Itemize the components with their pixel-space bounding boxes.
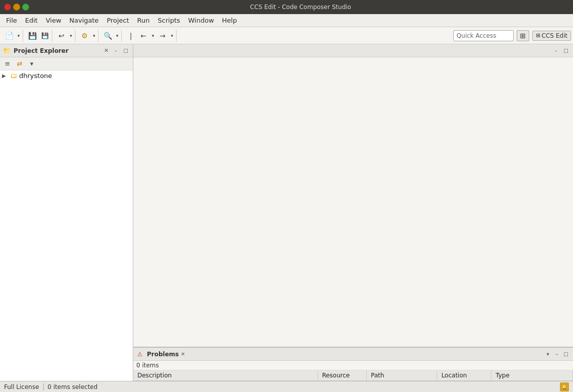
toolbar-group-debug: 🔍 ▾ xyxy=(101,30,122,42)
debug-button[interactable]: 🔍 xyxy=(102,30,114,42)
collapse-all-button[interactable]: ≡ xyxy=(2,58,13,69)
project-name: dhrystone xyxy=(19,72,52,80)
editor-panel-header: – □ xyxy=(133,44,573,57)
col-type[interactable]: Type xyxy=(492,370,573,381)
quick-access-input[interactable]: Quick Access xyxy=(453,30,514,41)
project-folder-icon: 🗂 xyxy=(10,71,17,80)
menu-project[interactable]: Project xyxy=(103,15,133,26)
toolbar: 📄 ▾ 💾 💾 ↩ ▾ ⚙ ▾ 🔍 ▾ | ← ▾ → ▾ Quick Acce… xyxy=(0,27,573,44)
problems-maximize[interactable]: □ xyxy=(562,350,570,358)
new-button[interactable]: 📄 xyxy=(3,30,15,42)
ccs-edit-button[interactable]: ⊞ CCS Edit xyxy=(532,31,571,41)
status-notification-icon[interactable]: 🔔 xyxy=(560,382,569,391)
editor-body xyxy=(133,57,573,347)
problems-table: Description Resource Path Location Type xyxy=(133,370,573,381)
status-right: 🔔 xyxy=(560,382,569,391)
selection-status: 0 items selected xyxy=(48,383,98,390)
editor-area: – □ ⚠ Problems ✕ ▾ – □ 0 items xyxy=(133,44,573,381)
project-explorer-content: ▶ 🗂 dhrystone xyxy=(0,70,133,381)
toolbar-group-nav: | ← ▾ → ▾ xyxy=(124,30,177,42)
menu-file[interactable]: File xyxy=(2,15,21,26)
menu-navigate[interactable]: Navigate xyxy=(65,15,103,26)
project-explorer-header: 📁 Project Explorer ✕ – □ xyxy=(0,44,133,57)
col-resource[interactable]: Resource xyxy=(318,370,367,381)
status-bar: Full License 0 items selected 🔔 xyxy=(0,381,573,392)
menu-bar: File Edit View Navigate Project Run Scri… xyxy=(0,14,573,27)
save-button[interactable]: 💾 xyxy=(26,30,38,42)
problems-count: 0 items xyxy=(133,361,573,370)
window-title: CCS Edit - Code Composer Studio xyxy=(32,4,569,11)
window-controls[interactable] xyxy=(4,4,29,11)
save-all-button[interactable]: 💾 xyxy=(39,30,51,42)
debug-dropdown[interactable]: ▾ xyxy=(114,30,120,42)
editor-panel: – □ xyxy=(133,44,573,347)
col-description[interactable]: Description xyxy=(133,370,318,381)
menu-window[interactable]: Window xyxy=(184,15,218,26)
close-button[interactable] xyxy=(4,4,11,11)
problems-icon: ⚠ xyxy=(136,351,143,358)
link-editor-button[interactable]: ⇄ xyxy=(14,58,25,69)
project-tree-item[interactable]: ▶ 🗂 dhrystone xyxy=(0,70,133,81)
toolbar-group-undoredo: ↩ ▾ xyxy=(54,30,75,42)
minimize-button[interactable] xyxy=(13,4,20,11)
menu-view[interactable]: View xyxy=(42,15,65,26)
project-explorer-maximize[interactable]: □ xyxy=(122,47,130,55)
toolbar-group-build: ⚙ ▾ xyxy=(77,30,99,42)
problems-panel: ⚠ Problems ✕ ▾ – □ 0 items Description R… xyxy=(133,347,573,381)
license-label: Full License xyxy=(4,383,39,390)
title-bar: CCS Edit - Code Composer Studio xyxy=(0,0,573,14)
forward-dropdown[interactable]: ▾ xyxy=(169,30,175,42)
problems-header: ⚠ Problems ✕ ▾ – □ xyxy=(133,348,573,361)
separator-btn: | xyxy=(125,30,137,42)
build-button[interactable]: ⚙ xyxy=(78,30,91,42)
problems-body: Description Resource Path Location Type xyxy=(133,370,573,381)
back-button[interactable]: ← xyxy=(137,30,149,42)
new-dropdown[interactable]: ▾ xyxy=(16,30,22,42)
editor-minimize[interactable]: – xyxy=(552,47,560,55)
problems-close[interactable]: ✕ xyxy=(181,351,185,357)
build-dropdown[interactable]: ▾ xyxy=(91,30,97,42)
col-location[interactable]: Location xyxy=(437,370,492,381)
project-explorer-title: Project Explorer xyxy=(14,47,101,54)
problems-minimize[interactable]: – xyxy=(553,350,561,358)
maximize-button[interactable] xyxy=(22,4,29,11)
editor-maximize[interactable]: □ xyxy=(562,47,570,55)
project-explorer-minimize[interactable]: – xyxy=(112,47,120,55)
col-path[interactable]: Path xyxy=(367,370,437,381)
menu-run[interactable]: Run xyxy=(133,15,154,26)
problems-view-menu[interactable]: ▾ xyxy=(544,350,552,358)
project-explorer-close[interactable]: ✕ xyxy=(103,47,110,54)
toolbar-group-save: 💾 💾 xyxy=(25,30,52,42)
menu-scripts[interactable]: Scripts xyxy=(154,15,184,26)
open-perspective-button[interactable]: ⊞ xyxy=(517,30,530,41)
toolbar-group-new: 📄 ▾ xyxy=(2,30,23,42)
view-menu-button[interactable]: ▾ xyxy=(26,58,37,69)
project-explorer-toolbar: ≡ ⇄ ▾ xyxy=(0,57,133,70)
menu-help[interactable]: Help xyxy=(218,15,241,26)
project-explorer-panel: 📁 Project Explorer ✕ – □ ≡ ⇄ ▾ ▶ 🗂 dhrys… xyxy=(0,44,133,381)
problems-title: Problems xyxy=(147,351,179,358)
problems-actions: ▾ – □ xyxy=(544,350,570,358)
undo-dropdown[interactable]: ▾ xyxy=(68,30,74,42)
status-separator xyxy=(43,383,44,390)
main-area: 📁 Project Explorer ✕ – □ ≡ ⇄ ▾ ▶ 🗂 dhrys… xyxy=(0,44,573,381)
back-dropdown[interactable]: ▾ xyxy=(150,30,156,42)
forward-button[interactable]: → xyxy=(156,30,169,42)
project-explorer-icon: 📁 xyxy=(3,47,10,54)
menu-edit[interactable]: Edit xyxy=(21,15,42,26)
tree-expand-arrow[interactable]: ▶ xyxy=(2,73,8,79)
undo-button[interactable]: ↩ xyxy=(55,30,67,42)
